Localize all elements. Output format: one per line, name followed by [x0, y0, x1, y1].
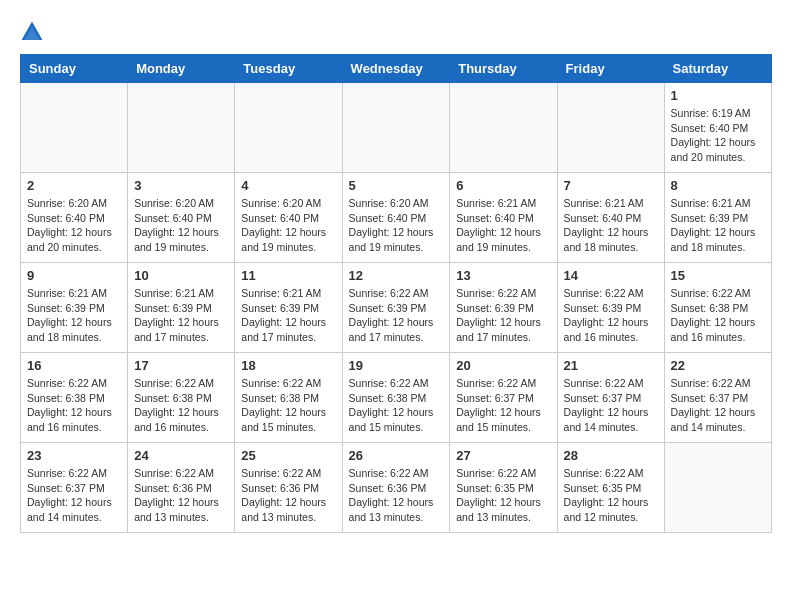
- day-number: 8: [671, 178, 765, 193]
- day-info: Sunrise: 6:22 AM Sunset: 6:36 PM Dayligh…: [134, 466, 228, 525]
- day-info: Sunrise: 6:22 AM Sunset: 6:35 PM Dayligh…: [456, 466, 550, 525]
- day-info: Sunrise: 6:22 AM Sunset: 6:37 PM Dayligh…: [671, 376, 765, 435]
- day-info: Sunrise: 6:22 AM Sunset: 6:38 PM Dayligh…: [671, 286, 765, 345]
- day-info: Sunrise: 6:20 AM Sunset: 6:40 PM Dayligh…: [134, 196, 228, 255]
- day-number: 7: [564, 178, 658, 193]
- calendar-cell: [128, 83, 235, 173]
- calendar-week-row: 9Sunrise: 6:21 AM Sunset: 6:39 PM Daylig…: [21, 263, 772, 353]
- day-info: Sunrise: 6:20 AM Sunset: 6:40 PM Dayligh…: [349, 196, 444, 255]
- day-info: Sunrise: 6:22 AM Sunset: 6:35 PM Dayligh…: [564, 466, 658, 525]
- calendar-cell: 9Sunrise: 6:21 AM Sunset: 6:39 PM Daylig…: [21, 263, 128, 353]
- day-number: 26: [349, 448, 444, 463]
- calendar-cell: 7Sunrise: 6:21 AM Sunset: 6:40 PM Daylig…: [557, 173, 664, 263]
- day-number: 18: [241, 358, 335, 373]
- calendar-cell: 10Sunrise: 6:21 AM Sunset: 6:39 PM Dayli…: [128, 263, 235, 353]
- calendar-cell: 22Sunrise: 6:22 AM Sunset: 6:37 PM Dayli…: [664, 353, 771, 443]
- calendar-cell: 20Sunrise: 6:22 AM Sunset: 6:37 PM Dayli…: [450, 353, 557, 443]
- weekday-header-row: SundayMondayTuesdayWednesdayThursdayFrid…: [21, 55, 772, 83]
- day-info: Sunrise: 6:22 AM Sunset: 6:38 PM Dayligh…: [27, 376, 121, 435]
- page-header: [20, 20, 772, 44]
- calendar-cell: 1Sunrise: 6:19 AM Sunset: 6:40 PM Daylig…: [664, 83, 771, 173]
- day-number: 19: [349, 358, 444, 373]
- day-number: 24: [134, 448, 228, 463]
- day-number: 1: [671, 88, 765, 103]
- calendar-cell: [557, 83, 664, 173]
- weekday-header-monday: Monday: [128, 55, 235, 83]
- day-info: Sunrise: 6:20 AM Sunset: 6:40 PM Dayligh…: [241, 196, 335, 255]
- calendar-body: 1Sunrise: 6:19 AM Sunset: 6:40 PM Daylig…: [21, 83, 772, 533]
- calendar-cell: 21Sunrise: 6:22 AM Sunset: 6:37 PM Dayli…: [557, 353, 664, 443]
- day-number: 3: [134, 178, 228, 193]
- day-info: Sunrise: 6:22 AM Sunset: 6:37 PM Dayligh…: [27, 466, 121, 525]
- calendar-cell: 3Sunrise: 6:20 AM Sunset: 6:40 PM Daylig…: [128, 173, 235, 263]
- day-info: Sunrise: 6:22 AM Sunset: 6:38 PM Dayligh…: [134, 376, 228, 435]
- calendar-week-row: 23Sunrise: 6:22 AM Sunset: 6:37 PM Dayli…: [21, 443, 772, 533]
- calendar-cell: 5Sunrise: 6:20 AM Sunset: 6:40 PM Daylig…: [342, 173, 450, 263]
- day-info: Sunrise: 6:22 AM Sunset: 6:38 PM Dayligh…: [241, 376, 335, 435]
- day-number: 6: [456, 178, 550, 193]
- calendar-header: SundayMondayTuesdayWednesdayThursdayFrid…: [21, 55, 772, 83]
- calendar-cell: 27Sunrise: 6:22 AM Sunset: 6:35 PM Dayli…: [450, 443, 557, 533]
- calendar-cell: 26Sunrise: 6:22 AM Sunset: 6:36 PM Dayli…: [342, 443, 450, 533]
- weekday-header-saturday: Saturday: [664, 55, 771, 83]
- calendar-cell: 24Sunrise: 6:22 AM Sunset: 6:36 PM Dayli…: [128, 443, 235, 533]
- calendar-cell: 8Sunrise: 6:21 AM Sunset: 6:39 PM Daylig…: [664, 173, 771, 263]
- day-number: 25: [241, 448, 335, 463]
- weekday-header-sunday: Sunday: [21, 55, 128, 83]
- calendar-cell: 19Sunrise: 6:22 AM Sunset: 6:38 PM Dayli…: [342, 353, 450, 443]
- calendar-cell: 17Sunrise: 6:22 AM Sunset: 6:38 PM Dayli…: [128, 353, 235, 443]
- day-number: 9: [27, 268, 121, 283]
- calendar-cell: [235, 83, 342, 173]
- day-info: Sunrise: 6:21 AM Sunset: 6:40 PM Dayligh…: [564, 196, 658, 255]
- day-number: 20: [456, 358, 550, 373]
- day-number: 21: [564, 358, 658, 373]
- day-number: 23: [27, 448, 121, 463]
- logo: [20, 20, 48, 44]
- calendar-cell: 25Sunrise: 6:22 AM Sunset: 6:36 PM Dayli…: [235, 443, 342, 533]
- day-number: 5: [349, 178, 444, 193]
- day-info: Sunrise: 6:22 AM Sunset: 6:39 PM Dayligh…: [456, 286, 550, 345]
- weekday-header-wednesday: Wednesday: [342, 55, 450, 83]
- day-number: 27: [456, 448, 550, 463]
- calendar-cell: 16Sunrise: 6:22 AM Sunset: 6:38 PM Dayli…: [21, 353, 128, 443]
- calendar-cell: 12Sunrise: 6:22 AM Sunset: 6:39 PM Dayli…: [342, 263, 450, 353]
- calendar-cell: [342, 83, 450, 173]
- calendar-cell: 4Sunrise: 6:20 AM Sunset: 6:40 PM Daylig…: [235, 173, 342, 263]
- day-info: Sunrise: 6:21 AM Sunset: 6:39 PM Dayligh…: [241, 286, 335, 345]
- calendar-cell: 23Sunrise: 6:22 AM Sunset: 6:37 PM Dayli…: [21, 443, 128, 533]
- calendar-week-row: 1Sunrise: 6:19 AM Sunset: 6:40 PM Daylig…: [21, 83, 772, 173]
- weekday-header-tuesday: Tuesday: [235, 55, 342, 83]
- calendar-table: SundayMondayTuesdayWednesdayThursdayFrid…: [20, 54, 772, 533]
- day-info: Sunrise: 6:22 AM Sunset: 6:36 PM Dayligh…: [241, 466, 335, 525]
- day-info: Sunrise: 6:21 AM Sunset: 6:39 PM Dayligh…: [671, 196, 765, 255]
- calendar-cell: [450, 83, 557, 173]
- day-number: 4: [241, 178, 335, 193]
- day-info: Sunrise: 6:22 AM Sunset: 6:37 PM Dayligh…: [564, 376, 658, 435]
- logo-icon: [20, 20, 44, 44]
- day-info: Sunrise: 6:20 AM Sunset: 6:40 PM Dayligh…: [27, 196, 121, 255]
- day-info: Sunrise: 6:22 AM Sunset: 6:38 PM Dayligh…: [349, 376, 444, 435]
- calendar-cell: 6Sunrise: 6:21 AM Sunset: 6:40 PM Daylig…: [450, 173, 557, 263]
- day-number: 15: [671, 268, 765, 283]
- calendar-cell: 28Sunrise: 6:22 AM Sunset: 6:35 PM Dayli…: [557, 443, 664, 533]
- day-info: Sunrise: 6:21 AM Sunset: 6:40 PM Dayligh…: [456, 196, 550, 255]
- calendar-cell: 18Sunrise: 6:22 AM Sunset: 6:38 PM Dayli…: [235, 353, 342, 443]
- day-info: Sunrise: 6:22 AM Sunset: 6:36 PM Dayligh…: [349, 466, 444, 525]
- weekday-header-friday: Friday: [557, 55, 664, 83]
- day-number: 14: [564, 268, 658, 283]
- calendar-week-row: 2Sunrise: 6:20 AM Sunset: 6:40 PM Daylig…: [21, 173, 772, 263]
- day-info: Sunrise: 6:19 AM Sunset: 6:40 PM Dayligh…: [671, 106, 765, 165]
- calendar-cell: 15Sunrise: 6:22 AM Sunset: 6:38 PM Dayli…: [664, 263, 771, 353]
- calendar-week-row: 16Sunrise: 6:22 AM Sunset: 6:38 PM Dayli…: [21, 353, 772, 443]
- day-number: 11: [241, 268, 335, 283]
- calendar-cell: 14Sunrise: 6:22 AM Sunset: 6:39 PM Dayli…: [557, 263, 664, 353]
- day-number: 12: [349, 268, 444, 283]
- day-number: 2: [27, 178, 121, 193]
- day-info: Sunrise: 6:22 AM Sunset: 6:39 PM Dayligh…: [349, 286, 444, 345]
- day-info: Sunrise: 6:21 AM Sunset: 6:39 PM Dayligh…: [27, 286, 121, 345]
- calendar-cell: 2Sunrise: 6:20 AM Sunset: 6:40 PM Daylig…: [21, 173, 128, 263]
- calendar-cell: [664, 443, 771, 533]
- day-number: 28: [564, 448, 658, 463]
- day-number: 22: [671, 358, 765, 373]
- calendar-cell: 11Sunrise: 6:21 AM Sunset: 6:39 PM Dayli…: [235, 263, 342, 353]
